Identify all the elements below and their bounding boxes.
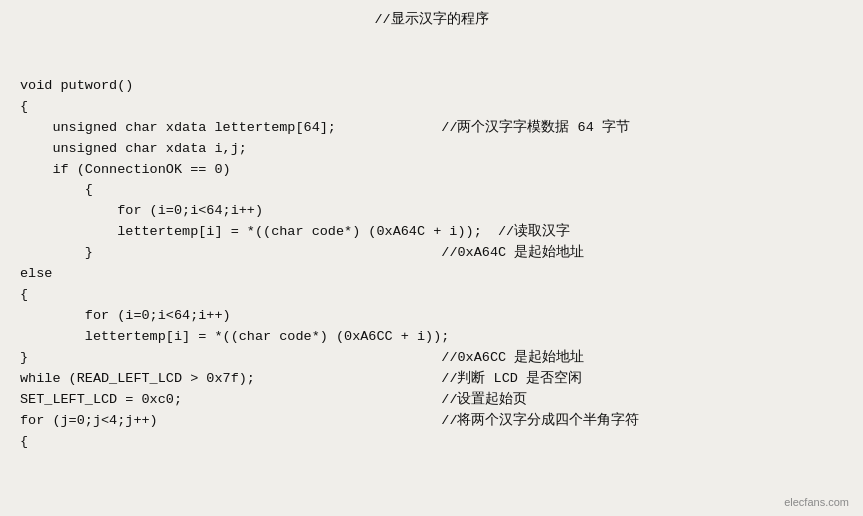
code-line: void putword() bbox=[20, 76, 843, 97]
code-text: SET_LEFT_LCD = 0xc0; bbox=[20, 390, 182, 411]
code-text: lettertemp[i] = *((char code*) (0xA64C +… bbox=[20, 222, 482, 243]
code-line: for (i=0;i<64;i++) bbox=[20, 306, 843, 327]
code-comment: //判断 LCD 是否空闲 bbox=[441, 369, 582, 390]
code-line: { bbox=[20, 97, 843, 118]
code-line: { bbox=[20, 432, 843, 453]
code-spacer bbox=[93, 243, 441, 264]
code-text: { bbox=[20, 97, 28, 118]
code-text: for (j=0;j<4;j++) bbox=[20, 411, 158, 432]
code-line: { bbox=[20, 285, 843, 306]
code-spacer bbox=[482, 222, 498, 243]
code-text: { bbox=[20, 432, 28, 453]
header-comment: //显示汉字的程序 bbox=[20, 10, 843, 28]
code-line: for (i=0;i<64;i++) bbox=[20, 201, 843, 222]
code-line: else bbox=[20, 264, 843, 285]
code-line: lettertemp[i] = *((char code*) (0xA64C +… bbox=[20, 222, 843, 243]
code-comment: //两个汉字字模数据 64 字节 bbox=[441, 118, 630, 139]
code-text: for (i=0;i<64;i++) bbox=[20, 306, 231, 327]
code-spacer bbox=[182, 390, 441, 411]
code-text: void putword() bbox=[20, 76, 133, 97]
code-spacer bbox=[255, 369, 441, 390]
code-text: else bbox=[20, 264, 52, 285]
code-text: } bbox=[20, 348, 28, 369]
code-spacer bbox=[28, 348, 441, 369]
code-text: unsigned char xdata lettertemp[64]; bbox=[20, 118, 336, 139]
code-comment: //0xA64C 是起始地址 bbox=[441, 243, 584, 264]
code-block: void putword(){ unsigned char xdata lett… bbox=[20, 34, 843, 452]
code-comment: //0xA6CC 是起始地址 bbox=[441, 348, 584, 369]
code-line: } //0xA6CC 是起始地址 bbox=[20, 348, 843, 369]
code-line: lettertemp[i] = *((char code*) (0xA6CC +… bbox=[20, 327, 843, 348]
code-text: if (ConnectionOK == 0) bbox=[20, 160, 231, 181]
page-container: //显示汉字的程序 void putword(){ unsigned char … bbox=[0, 0, 863, 516]
code-comment: //将两个汉字分成四个半角字符 bbox=[441, 411, 639, 432]
code-comment: //设置起始页 bbox=[441, 390, 527, 411]
code-text: for (i=0;i<64;i++) bbox=[20, 201, 263, 222]
code-line: } //0xA64C 是起始地址 bbox=[20, 243, 843, 264]
code-line: if (ConnectionOK == 0) bbox=[20, 160, 843, 181]
code-text: lettertemp[i] = *((char code*) (0xA6CC +… bbox=[20, 327, 449, 348]
code-comment: //读取汉字 bbox=[498, 222, 570, 243]
header-comment-text: //显示汉字的程序 bbox=[374, 12, 488, 27]
watermark: elecfans.com bbox=[784, 496, 849, 508]
code-line: unsigned char xdata lettertemp[64]; //两个… bbox=[20, 118, 843, 139]
code-text: { bbox=[20, 180, 93, 201]
code-text: while (READ_LEFT_LCD > 0x7f); bbox=[20, 369, 255, 390]
code-text: } bbox=[20, 243, 93, 264]
code-text: { bbox=[20, 285, 28, 306]
code-spacer bbox=[158, 411, 442, 432]
code-line: for (j=0;j<4;j++) //将两个汉字分成四个半角字符 bbox=[20, 411, 843, 432]
code-line: unsigned char xdata i,j; bbox=[20, 139, 843, 160]
code-line: SET_LEFT_LCD = 0xc0; //设置起始页 bbox=[20, 390, 843, 411]
code-text: unsigned char xdata i,j; bbox=[20, 139, 247, 160]
code-line: while (READ_LEFT_LCD > 0x7f); //判断 LCD 是… bbox=[20, 369, 843, 390]
code-spacer bbox=[336, 118, 441, 139]
code-line: { bbox=[20, 180, 843, 201]
